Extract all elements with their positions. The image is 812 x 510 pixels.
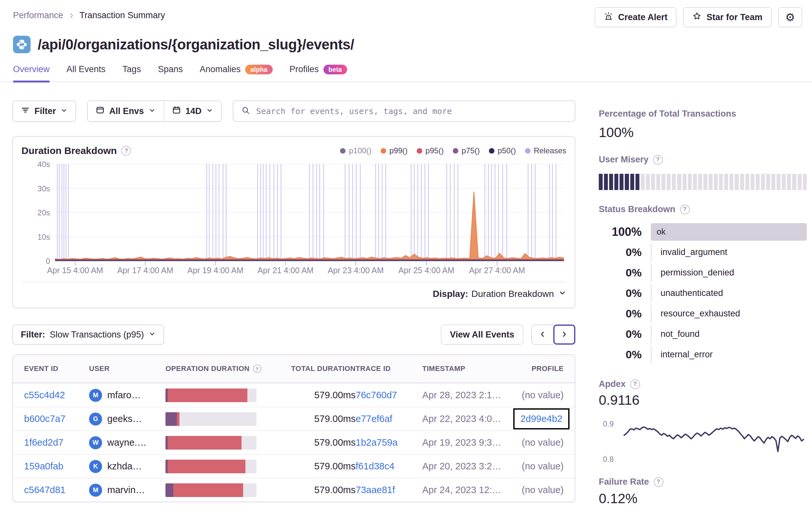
create-alert-button[interactable]: Create Alert	[594, 7, 676, 27]
operation-duration-bar	[166, 436, 257, 450]
help-icon[interactable]	[253, 364, 261, 373]
tab-spans[interactable]: Spans	[158, 64, 183, 82]
duration-segment-purple	[166, 483, 173, 497]
settings-button[interactable]: ⚙	[778, 7, 802, 27]
legend-item-p75[interactable]: p75()	[453, 146, 480, 155]
help-icon[interactable]	[680, 205, 690, 214]
table-row: 1f6ed2d7 Wwayne.… 579.00ms 1b2a759a Apr …	[13, 430, 575, 454]
user-avatar: G	[89, 413, 102, 425]
legend-item-p95[interactable]: p95()	[417, 146, 444, 155]
previous-page-button[interactable]	[531, 325, 553, 344]
help-icon[interactable]	[121, 146, 131, 156]
misery-segment	[782, 174, 786, 190]
environment-selector[interactable]: All Envs	[88, 101, 164, 121]
misery-segment	[714, 174, 718, 190]
svg-text:40s: 40s	[37, 160, 50, 169]
pagination	[531, 325, 575, 344]
display-selector[interactable]: Duration Breakdown	[471, 289, 566, 299]
event-id-link[interactable]: 159a0fab	[24, 461, 63, 472]
tab-tags[interactable]: Tags	[122, 64, 141, 82]
legend-item-p99[interactable]: p99()	[381, 146, 408, 155]
events-toolbar: Filter: Slow Transactions (p95) View All…	[12, 325, 575, 344]
status-percent: 0%	[599, 246, 651, 259]
user-name: marvin…	[107, 485, 145, 496]
timestamp: Apr 22, 2023 4:0…	[422, 414, 510, 424]
filter-button[interactable]: Filter	[12, 100, 76, 122]
profile-link-highlight: 2d99e4b2	[513, 408, 570, 429]
status-row: 0% resource_exhausted	[599, 303, 807, 324]
search-box	[233, 100, 575, 122]
transactions-filter-label: Filter:	[21, 330, 45, 340]
help-icon[interactable]	[653, 155, 663, 165]
star-icon	[692, 11, 702, 23]
misery-segment	[719, 174, 723, 190]
column-header-profile: Profile	[510, 364, 564, 373]
profile-value: (no value)	[510, 461, 564, 472]
filter-row: Filter All Envs	[12, 100, 575, 122]
event-id-link[interactable]: 1f6ed2d7	[24, 437, 63, 448]
misery-segment	[787, 174, 791, 190]
trace-id-link[interactable]: f61d38c4	[356, 461, 394, 472]
user-name: geeks…	[107, 414, 142, 424]
apdex-heading: Apdex	[599, 379, 807, 389]
status-percent: 0%	[599, 348, 651, 361]
tab-all-events[interactable]: All Events	[67, 64, 106, 82]
misery-segment	[745, 174, 749, 190]
profile-value: (no value)	[510, 437, 564, 448]
svg-text:Apr 19 4:00 AM: Apr 19 4:00 AM	[187, 266, 243, 275]
event-id-link[interactable]: b600c7a7	[24, 414, 65, 424]
next-page-button[interactable]	[553, 325, 575, 344]
status-breakdown-label: Status Breakdown	[599, 204, 675, 214]
legend-label: p50()	[498, 146, 516, 155]
status-row: 0% internal_error	[599, 344, 807, 365]
search-input[interactable]	[256, 107, 567, 116]
apdex-trend-chart: 0.90.8	[599, 410, 807, 467]
breadcrumb-performance[interactable]: Performance	[13, 10, 63, 21]
date-range-selector[interactable]: 14D	[164, 101, 221, 121]
chevron-right-icon	[560, 330, 569, 339]
misery-segment	[599, 174, 603, 190]
help-icon[interactable]	[654, 477, 663, 487]
status-row: 0% permission_denied	[599, 263, 807, 283]
misery-segment	[619, 174, 624, 190]
trace-id-link[interactable]: 1b2a759a	[356, 437, 398, 448]
legend-item-p100[interactable]: p100()	[340, 146, 371, 155]
user-misery-score-bar	[599, 174, 807, 190]
tab-profiles[interactable]: Profiles beta	[290, 64, 347, 82]
svg-text:0: 0	[46, 257, 50, 265]
view-all-events-button[interactable]: View All Events	[441, 325, 523, 344]
svg-text:10s: 10s	[37, 233, 50, 241]
failure-rate-section: Failure Rate 0.12%	[599, 477, 807, 506]
legend-dot	[525, 148, 530, 154]
svg-text:0.9: 0.9	[603, 419, 614, 428]
total-transactions-heading: Percentage of Total Transactions	[599, 109, 807, 119]
duration-segment-red	[168, 460, 245, 473]
tab-overview[interactable]: Overview	[13, 64, 50, 82]
star-for-team-button[interactable]: Star for Team	[683, 7, 772, 27]
column-header-event-id: Event ID	[24, 364, 89, 373]
misery-segment	[792, 174, 796, 190]
profile-link[interactable]: 2d99e4b2	[520, 414, 562, 424]
table-row: c5647d81 Mmarvin… 579.00ms 73aae81f Apr …	[13, 478, 575, 502]
tab-anomalies-label: Anomalies	[200, 64, 240, 74]
svg-text:20s: 20s	[37, 208, 50, 217]
trace-id-link[interactable]: 76c760d7	[356, 390, 397, 400]
transaction-summary-page: Performance Transaction Summary Create A…	[0, 0, 812, 510]
status-percent: 100%	[599, 225, 651, 239]
misery-segment	[630, 174, 634, 190]
trace-id-link[interactable]: 73aae81f	[356, 485, 395, 496]
misery-segment	[641, 174, 645, 190]
main-column: Filter All Envs	[12, 82, 575, 510]
event-id-link[interactable]: c5647d81	[24, 485, 65, 496]
help-icon[interactable]	[630, 380, 640, 389]
trace-id-link[interactable]: e77ef6af	[356, 414, 393, 424]
tab-anomalies[interactable]: Anomalies alpha	[200, 64, 272, 82]
legend-label: Releases	[534, 146, 566, 155]
event-id-link[interactable]: c55c4d42	[24, 390, 65, 400]
legend-item-p50[interactable]: p50()	[489, 146, 516, 155]
misery-segment	[708, 174, 713, 190]
svg-text:Apr 25 4:00 AM: Apr 25 4:00 AM	[399, 266, 455, 275]
transactions-filter-selector[interactable]: Filter: Slow Transactions (p95)	[12, 325, 164, 344]
misery-segment	[667, 174, 671, 190]
legend-item-releases[interactable]: Releases	[525, 146, 566, 155]
